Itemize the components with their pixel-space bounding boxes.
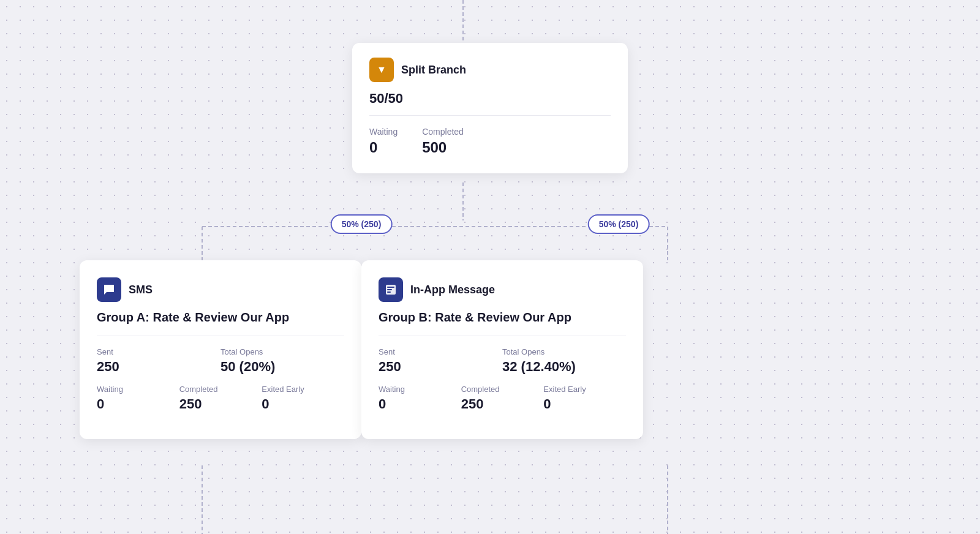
branch-badge-left: 50% (250) (331, 214, 393, 234)
sms-icon (97, 277, 121, 302)
sms-divider (97, 336, 344, 336)
inapp-card: In-App Message Group B: Rate & Review Ou… (361, 260, 643, 439)
inapp-card-title: Group B: Rate & Review Our App (379, 310, 626, 325)
split-branch-ratio: 50/50 (369, 91, 611, 107)
sms-completed: Completed 250 (179, 385, 262, 422)
split-branch-icon: ▼ (369, 58, 394, 82)
inapp-sent: Sent 250 (379, 347, 502, 385)
inapp-channel-label: In-App Message (410, 284, 495, 296)
sms-card-header: SMS (97, 277, 344, 302)
sms-channel-label: SMS (129, 284, 153, 296)
inapp-icon (379, 277, 403, 302)
branch-badge-right: 50% (250) (588, 214, 650, 234)
split-branch-waiting: Waiting 0 (369, 127, 398, 156)
split-branch-divider (369, 115, 611, 116)
inapp-exited: Exited Early 0 (543, 385, 626, 422)
split-branch-header: ▼ Split Branch (369, 58, 611, 82)
sms-card: SMS Group A: Rate & Review Our App Sent … (80, 260, 361, 439)
sms-stats-top: Sent 250 Total Opens 50 (20%) (97, 347, 344, 385)
svg-rect-10 (387, 291, 391, 293)
sms-stats-bottom: Waiting 0 Completed 250 Exited Early 0 (97, 385, 344, 422)
sms-opens: Total Opens 50 (20%) (221, 347, 344, 385)
inapp-waiting: Waiting 0 (379, 385, 461, 422)
inapp-stats-top: Sent 250 Total Opens 32 (12.40%) (379, 347, 626, 385)
inapp-stats-bottom: Waiting 0 Completed 250 Exited Early 0 (379, 385, 626, 422)
split-branch-title: Split Branch (401, 64, 466, 77)
canvas: ▼ Split Branch 50/50 Waiting 0 Completed… (0, 0, 980, 534)
inapp-divider (379, 336, 626, 336)
inapp-card-header: In-App Message (379, 277, 626, 302)
split-branch-completed: Completed 500 (422, 127, 464, 156)
sms-card-title: Group A: Rate & Review Our App (97, 310, 344, 325)
inapp-opens: Total Opens 32 (12.40%) (502, 347, 626, 385)
inapp-completed: Completed 250 (461, 385, 544, 422)
split-branch-stats: Waiting 0 Completed 500 (369, 127, 611, 156)
sms-waiting: Waiting 0 (97, 385, 179, 422)
svg-rect-8 (387, 287, 394, 288)
sms-sent: Sent 250 (97, 347, 221, 385)
sms-exited: Exited Early 0 (262, 385, 344, 422)
split-branch-card: ▼ Split Branch 50/50 Waiting 0 Completed… (352, 43, 628, 173)
svg-rect-9 (387, 289, 392, 290)
